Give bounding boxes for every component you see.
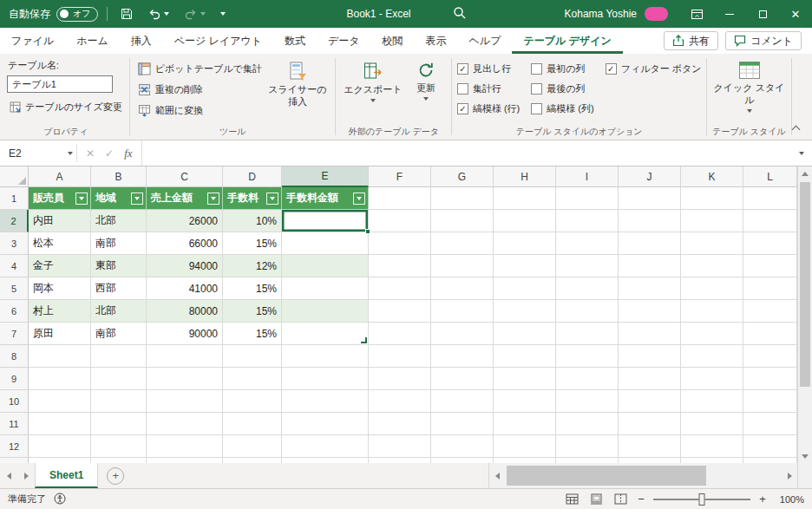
cell-E1[interactable]: 手数料金額: [282, 187, 369, 210]
cell-J4[interactable]: [619, 255, 681, 277]
collapse-ribbon-button[interactable]: [789, 122, 802, 134]
horizontal-scroll-track[interactable]: [505, 463, 782, 488]
cell-A11[interactable]: [29, 413, 91, 435]
cell-D1[interactable]: 手数料: [223, 187, 282, 210]
row-header-6[interactable]: 6: [0, 300, 29, 323]
cell-E11[interactable]: [282, 413, 369, 435]
cell-C3[interactable]: 66000: [147, 232, 223, 255]
cell-I4[interactable]: [556, 255, 619, 277]
row-header-11[interactable]: 11: [0, 413, 29, 435]
ribbon-tab-9[interactable]: ヘルプ: [458, 28, 513, 54]
cell-G12[interactable]: [431, 435, 494, 458]
cell-B4[interactable]: 東部: [91, 255, 147, 277]
style-option-5[interactable]: 縞模様 (列): [531, 102, 593, 115]
cell-L7[interactable]: [743, 323, 797, 345]
cell-A9[interactable]: [29, 368, 91, 390]
horizontal-scroll-thumb[interactable]: [507, 466, 706, 486]
table-resize-handle[interactable]: [361, 337, 367, 343]
cell-H5[interactable]: [494, 277, 556, 300]
maximize-button[interactable]: [746, 0, 779, 28]
cell-G10[interactable]: [431, 390, 494, 413]
filter-dropdown-icon[interactable]: [75, 193, 88, 205]
cancel-icon[interactable]: ✕: [86, 147, 95, 160]
share-button[interactable]: 共有: [664, 31, 718, 50]
cell-B5[interactable]: 西部: [91, 277, 147, 300]
filter-dropdown-icon[interactable]: [266, 193, 278, 205]
cell-J6[interactable]: [619, 300, 681, 323]
cell-H2[interactable]: [494, 210, 556, 232]
cell-A10[interactable]: [29, 390, 91, 413]
cell-I10[interactable]: [556, 390, 619, 413]
column-header-E[interactable]: E: [282, 166, 369, 187]
cell-B10[interactable]: [91, 390, 147, 413]
cell-A13[interactable]: [29, 458, 91, 463]
cell-K11[interactable]: [681, 413, 743, 435]
cell-F3[interactable]: [369, 232, 431, 255]
cell-D3[interactable]: 15%: [223, 232, 282, 255]
cell-E4[interactable]: [282, 255, 369, 277]
cell-D8[interactable]: [223, 345, 282, 368]
cell-F2[interactable]: [369, 210, 431, 232]
cell-G1[interactable]: [431, 187, 494, 210]
column-header-B[interactable]: B: [91, 166, 147, 187]
vertical-scroll-thumb[interactable]: [800, 182, 810, 387]
cell-G9[interactable]: [431, 368, 494, 390]
undo-button[interactable]: [143, 0, 174, 28]
column-header-A[interactable]: A: [29, 166, 91, 187]
filter-dropdown-icon[interactable]: [131, 193, 143, 205]
row-header-12[interactable]: 12: [0, 435, 29, 458]
cell-K3[interactable]: [681, 232, 743, 255]
row-header-10[interactable]: 10: [0, 390, 29, 413]
ribbon-display-options-button[interactable]: [680, 0, 713, 28]
cell-C13[interactable]: [147, 458, 223, 463]
cell-K10[interactable]: [681, 390, 743, 413]
cell-D12[interactable]: [223, 435, 282, 458]
row-header-7[interactable]: 7: [0, 323, 29, 345]
cell-E3[interactable]: [282, 232, 369, 255]
cell-K7[interactable]: [681, 323, 743, 345]
ribbon-tab-4[interactable]: ページ レイアウト: [163, 28, 273, 54]
cell-J2[interactable]: [619, 210, 681, 232]
cell-A4[interactable]: 金子: [29, 255, 91, 277]
cell-C10[interactable]: [147, 390, 223, 413]
cell-H11[interactable]: [494, 413, 556, 435]
cell-K2[interactable]: [681, 210, 743, 232]
cell-G5[interactable]: [431, 277, 494, 300]
cell-F10[interactable]: [369, 390, 431, 413]
column-header-K[interactable]: K: [681, 166, 743, 187]
cell-H9[interactable]: [494, 368, 556, 390]
cell-H4[interactable]: [494, 255, 556, 277]
style-option-0[interactable]: ✓見出し行: [457, 62, 520, 75]
row-header-5[interactable]: 5: [0, 277, 29, 300]
row-header-2[interactable]: 2: [0, 210, 29, 232]
cell-I3[interactable]: [556, 232, 619, 255]
cell-D5[interactable]: 15%: [223, 277, 282, 300]
cell-G6[interactable]: [431, 300, 494, 323]
cell-F9[interactable]: [369, 368, 431, 390]
cell-G13[interactable]: [431, 458, 494, 463]
row-header-9[interactable]: 9: [0, 368, 29, 390]
column-header-G[interactable]: G: [431, 166, 494, 187]
summarize-with-pivottable-button[interactable]: ピボットテーブルで集計: [135, 61, 265, 77]
cell-E12[interactable]: [282, 435, 369, 458]
column-header-H[interactable]: H: [494, 166, 556, 187]
row-header-1[interactable]: 1: [0, 187, 29, 210]
cell-H6[interactable]: [494, 300, 556, 323]
page-break-view-button[interactable]: [612, 491, 629, 508]
ribbon-tab-10[interactable]: テーブル デザイン: [512, 28, 622, 54]
close-button[interactable]: ✕: [779, 0, 812, 28]
cell-H7[interactable]: [494, 323, 556, 345]
scroll-left-icon[interactable]: [489, 463, 505, 488]
cell-C12[interactable]: [147, 435, 223, 458]
column-header-L[interactable]: L: [743, 166, 797, 187]
cell-A1[interactable]: 販売員: [29, 187, 91, 210]
cell-F6[interactable]: [369, 300, 431, 323]
cell-H3[interactable]: [494, 232, 556, 255]
page-layout-view-button[interactable]: [587, 491, 605, 508]
cell-C4[interactable]: 94000: [147, 255, 223, 277]
cell-L10[interactable]: [743, 390, 797, 413]
cell-G11[interactable]: [431, 413, 494, 435]
ribbon-tab-1[interactable]: ファイル: [0, 28, 65, 54]
cell-I7[interactable]: [556, 323, 619, 345]
cell-B13[interactable]: [91, 458, 147, 463]
